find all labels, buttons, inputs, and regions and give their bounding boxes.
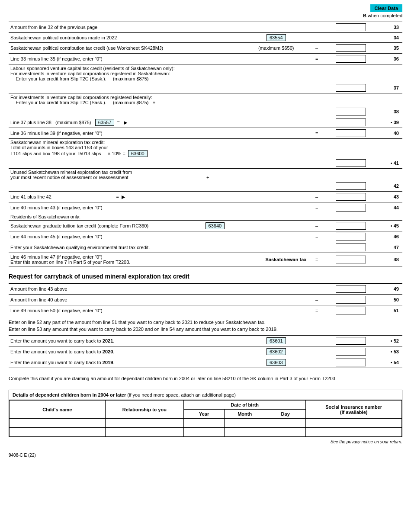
dep-row1-name-input[interactable] bbox=[12, 420, 103, 426]
row44-input[interactable] bbox=[336, 204, 366, 212]
labour-line2: For investments in venture capital corpo… bbox=[9, 93, 402, 107]
dep-row1-month bbox=[225, 419, 265, 428]
row35-num: 35 bbox=[377, 43, 402, 54]
row34-desc: Saskatchewan political contributions mad… bbox=[9, 33, 244, 43]
row39-desc: Line 37 plus line 38 (maximum $875) 6355… bbox=[9, 117, 244, 128]
row33-sym bbox=[308, 22, 325, 33]
row34-mid: 63554 bbox=[244, 33, 308, 43]
row41-input[interactable] bbox=[336, 159, 366, 167]
row41-desc bbox=[9, 158, 244, 169]
dep-row2-rel-input[interactable] bbox=[108, 429, 181, 435]
cb49-input[interactable] bbox=[336, 285, 366, 293]
row38-mid bbox=[244, 106, 308, 117]
cl52-num: • 52 bbox=[377, 336, 402, 346]
dep-row1-rel-input[interactable] bbox=[108, 420, 181, 426]
cl52-sym bbox=[308, 336, 325, 346]
row37-mid bbox=[244, 83, 308, 93]
row34-sym bbox=[308, 33, 325, 43]
cl53-num: • 53 bbox=[377, 346, 402, 357]
table-row-46: Line 44 minus line 45 (if negative, ente… bbox=[9, 231, 402, 242]
dep-row1-month-input[interactable] bbox=[227, 420, 262, 426]
row42-box bbox=[325, 181, 377, 192]
dep-row1-name bbox=[10, 419, 106, 428]
cb49-sym bbox=[308, 284, 325, 295]
dep-row1-sin-input[interactable] bbox=[308, 420, 399, 426]
row41-sym bbox=[308, 158, 325, 169]
table-row-47: Enter your Saskatchewan qualifying envir… bbox=[9, 242, 402, 253]
row47-desc: Enter your Saskatchewan qualifying envir… bbox=[9, 242, 244, 253]
row34-num: 34 bbox=[377, 33, 402, 43]
row42-input[interactable] bbox=[336, 182, 366, 190]
row46-input[interactable] bbox=[336, 233, 366, 240]
dep-col-name: Child's name bbox=[10, 401, 106, 419]
row44-box bbox=[325, 202, 377, 213]
row40-input[interactable] bbox=[336, 129, 366, 137]
dep-row1-year bbox=[184, 419, 225, 428]
dep-row1-sin bbox=[306, 419, 402, 428]
carry-lines-table: Enter the amount you want to carry back … bbox=[9, 335, 402, 368]
row48-mid: Saskatchewan tax bbox=[244, 253, 308, 266]
cb50-input[interactable] bbox=[336, 296, 366, 304]
dep-col-dob: Date of birth bbox=[184, 401, 306, 410]
dep-table-header-row: Child's name Relationship to you Date of… bbox=[10, 401, 402, 410]
section-heading: Request for carryback of unused mineral … bbox=[9, 273, 402, 280]
dep-row2-year-input[interactable] bbox=[186, 429, 222, 435]
cb50-mid bbox=[244, 295, 308, 305]
row35-input[interactable] bbox=[336, 44, 366, 52]
row33-input[interactable] bbox=[336, 23, 366, 31]
row36-input[interactable] bbox=[336, 55, 366, 63]
dep-row1-day-input[interactable] bbox=[268, 420, 303, 426]
cb49-desc: Amount from line 43 above bbox=[9, 284, 244, 295]
row38-sym bbox=[308, 106, 325, 117]
row47-input[interactable] bbox=[336, 244, 366, 251]
dependent-note: Complete this chart if you are claiming … bbox=[9, 376, 402, 381]
row39-input[interactable] bbox=[336, 119, 366, 126]
row33-mid bbox=[244, 22, 308, 33]
row38-input[interactable] bbox=[336, 108, 366, 115]
dep-row1-year-input[interactable] bbox=[186, 420, 222, 426]
table-row-42: 42 bbox=[9, 181, 402, 192]
dep-row2-day-input[interactable] bbox=[268, 429, 303, 435]
row46-desc: Line 44 minus line 45 (if negative, ente… bbox=[9, 231, 244, 242]
row43-input[interactable] bbox=[336, 193, 366, 201]
cl52-input[interactable] bbox=[336, 337, 366, 345]
row48-sym: = bbox=[308, 253, 325, 266]
dep-row2-month-input[interactable] bbox=[227, 429, 262, 435]
row37-input[interactable] bbox=[336, 84, 366, 92]
code63602: 63602 bbox=[267, 348, 286, 355]
dep-table: Child's name Relationship to you Date of… bbox=[9, 400, 402, 437]
row44-num: 44 bbox=[377, 202, 402, 213]
clear-data-button[interactable]: Clear Data bbox=[370, 4, 402, 12]
cl53-mid: 63602 bbox=[244, 346, 308, 357]
row41-box bbox=[325, 158, 377, 169]
cb51-input[interactable] bbox=[336, 307, 366, 314]
table-row: Saskatchewan mineral exploration tax cre… bbox=[9, 139, 402, 158]
code63557: 63557 bbox=[95, 119, 115, 126]
cl53-sym bbox=[308, 346, 325, 357]
cl53-input[interactable] bbox=[336, 348, 366, 356]
row47-mid bbox=[244, 242, 308, 253]
row46-num: 46 bbox=[377, 231, 402, 242]
dep-row2-sin-input[interactable] bbox=[308, 429, 399, 435]
row43-desc: Line 41 plus line 42 = ▶ bbox=[9, 192, 244, 202]
row37-box bbox=[325, 83, 377, 93]
row46-mid bbox=[244, 231, 308, 242]
table-row-43: Line 41 plus line 42 = ▶ – 43 bbox=[9, 192, 402, 202]
row44-desc: Line 40 minus line 43 (if negative, ente… bbox=[9, 202, 244, 213]
dep-row2-sin bbox=[306, 428, 402, 437]
row43-sym: – bbox=[308, 192, 325, 202]
dep-col-sin: Social insurance number (if available) bbox=[306, 401, 402, 419]
dep-header: Details of dependent children born in 20… bbox=[9, 390, 402, 400]
row41-mid bbox=[244, 158, 308, 169]
dep-row1-day bbox=[265, 419, 306, 428]
row33-box bbox=[325, 22, 377, 33]
table-row-52: Enter the amount you want to carry back … bbox=[9, 336, 402, 346]
row48-input[interactable] bbox=[336, 256, 366, 263]
row36-mid bbox=[244, 54, 308, 64]
row45-input[interactable] bbox=[336, 222, 366, 230]
dep-row2-name-input[interactable] bbox=[12, 429, 103, 435]
table-row-38: 38 bbox=[9, 106, 402, 117]
cb49-num: 49 bbox=[377, 284, 402, 295]
table-row-51: Line 49 minus line 50 (if negative, ente… bbox=[9, 305, 402, 316]
cl54-input[interactable] bbox=[336, 359, 366, 366]
